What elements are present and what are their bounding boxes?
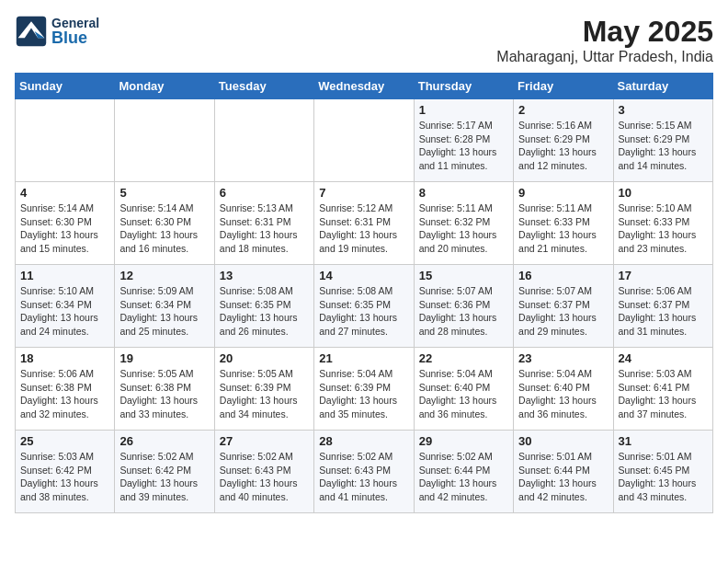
calendar-cell: 3Sunrise: 5:15 AMSunset: 6:29 PMDaylight… — [613, 99, 712, 182]
calendar-cell: 16Sunrise: 5:07 AMSunset: 6:37 PMDayligh… — [514, 265, 613, 348]
calendar-subtitle: Maharaganj, Uttar Pradesh, India — [496, 49, 713, 65]
calendar-cell: 13Sunrise: 5:08 AMSunset: 6:35 PMDayligh… — [214, 265, 313, 348]
day-info: Sunrise: 5:04 AMSunset: 6:40 PMDaylight:… — [518, 367, 608, 421]
calendar-cell: 28Sunrise: 5:02 AMSunset: 6:43 PMDayligh… — [314, 431, 414, 513]
weekday-header-monday: Monday — [115, 74, 214, 99]
day-info: Sunrise: 5:07 AMSunset: 6:36 PMDaylight:… — [419, 284, 508, 339]
weekday-header-wednesday: Wednesday — [314, 74, 414, 99]
day-number: 16 — [518, 269, 608, 282]
day-number: 14 — [319, 269, 408, 282]
calendar-cell — [314, 99, 414, 182]
day-info: Sunrise: 5:06 AMSunset: 6:38 PMDaylight:… — [20, 367, 109, 421]
day-info: Sunrise: 5:01 AMSunset: 6:44 PMDaylight:… — [518, 450, 608, 504]
logo: General Blue — [15, 15, 99, 48]
day-number: 6 — [220, 186, 309, 200]
calendar-cell: 6Sunrise: 5:13 AMSunset: 6:31 PMDaylight… — [214, 182, 313, 265]
day-info: Sunrise: 5:02 AMSunset: 6:43 PMDaylight:… — [319, 450, 408, 504]
calendar-cell: 31Sunrise: 5:01 AMSunset: 6:45 PMDayligh… — [613, 431, 712, 513]
day-info: Sunrise: 5:16 AMSunset: 6:29 PMDaylight:… — [518, 119, 608, 173]
weekday-header-tuesday: Tuesday — [214, 74, 313, 99]
day-number: 28 — [319, 434, 408, 448]
calendar-cell: 1Sunrise: 5:17 AMSunset: 6:28 PMDaylight… — [414, 99, 513, 182]
calendar-cell: 15Sunrise: 5:07 AMSunset: 6:36 PMDayligh… — [414, 265, 513, 348]
calendar-cell: 17Sunrise: 5:06 AMSunset: 6:37 PMDayligh… — [613, 265, 712, 348]
day-info: Sunrise: 5:15 AMSunset: 6:29 PMDaylight:… — [619, 119, 708, 173]
calendar-cell — [16, 99, 115, 182]
calendar-cell: 20Sunrise: 5:05 AMSunset: 6:39 PMDayligh… — [214, 348, 313, 431]
calendar-cell: 26Sunrise: 5:02 AMSunset: 6:42 PMDayligh… — [115, 431, 214, 513]
calendar-cell: 18Sunrise: 5:06 AMSunset: 6:38 PMDayligh… — [16, 348, 115, 431]
calendar-week-1: 1Sunrise: 5:17 AMSunset: 6:28 PMDaylight… — [16, 99, 713, 182]
calendar-cell: 23Sunrise: 5:04 AMSunset: 6:40 PMDayligh… — [514, 348, 613, 431]
day-info: Sunrise: 5:10 AMSunset: 6:34 PMDaylight:… — [20, 284, 109, 339]
day-info: Sunrise: 5:10 AMSunset: 6:33 PMDaylight:… — [619, 201, 708, 256]
calendar-header: SundayMondayTuesdayWednesdayThursdayFrid… — [16, 74, 713, 99]
logo-text: General Blue — [51, 17, 99, 46]
day-number: 9 — [518, 186, 608, 200]
calendar-week-4: 18Sunrise: 5:06 AMSunset: 6:38 PMDayligh… — [16, 348, 713, 431]
day-info: Sunrise: 5:02 AMSunset: 6:43 PMDaylight:… — [220, 450, 309, 504]
logo-blue: Blue — [51, 29, 99, 46]
day-number: 3 — [619, 103, 708, 117]
day-info: Sunrise: 5:06 AMSunset: 6:37 PMDaylight:… — [619, 284, 708, 339]
day-number: 20 — [220, 351, 309, 365]
calendar-cell: 24Sunrise: 5:03 AMSunset: 6:41 PMDayligh… — [613, 348, 712, 431]
day-info: Sunrise: 5:17 AMSunset: 6:28 PMDaylight:… — [419, 119, 508, 173]
calendar-cell: 21Sunrise: 5:04 AMSunset: 6:39 PMDayligh… — [314, 348, 414, 431]
calendar-cell: 10Sunrise: 5:10 AMSunset: 6:33 PMDayligh… — [613, 182, 712, 265]
calendar-cell: 19Sunrise: 5:05 AMSunset: 6:38 PMDayligh… — [115, 348, 214, 431]
calendar-cell: 2Sunrise: 5:16 AMSunset: 6:29 PMDaylight… — [514, 99, 613, 182]
day-number: 24 — [619, 351, 708, 365]
day-number: 21 — [319, 351, 408, 365]
day-info: Sunrise: 5:08 AMSunset: 6:35 PMDaylight:… — [220, 284, 309, 339]
calendar-cell: 11Sunrise: 5:10 AMSunset: 6:34 PMDayligh… — [16, 265, 115, 348]
calendar-cell: 4Sunrise: 5:14 AMSunset: 6:30 PMDaylight… — [16, 182, 115, 265]
calendar-title: May 2025 — [496, 15, 713, 49]
day-info: Sunrise: 5:14 AMSunset: 6:30 PMDaylight:… — [119, 201, 209, 256]
calendar-cell — [115, 99, 214, 182]
calendar-cell: 12Sunrise: 5:09 AMSunset: 6:34 PMDayligh… — [115, 265, 214, 348]
day-number: 19 — [119, 351, 209, 365]
day-info: Sunrise: 5:01 AMSunset: 6:45 PMDaylight:… — [619, 450, 708, 504]
day-info: Sunrise: 5:03 AMSunset: 6:41 PMDaylight:… — [619, 367, 708, 421]
day-number: 29 — [419, 434, 508, 448]
day-number: 7 — [319, 186, 408, 200]
day-info: Sunrise: 5:11 AMSunset: 6:33 PMDaylight:… — [518, 201, 608, 256]
weekday-row: SundayMondayTuesdayWednesdayThursdayFrid… — [16, 74, 713, 99]
day-number: 31 — [619, 434, 708, 448]
calendar-week-3: 11Sunrise: 5:10 AMSunset: 6:34 PMDayligh… — [16, 265, 713, 348]
day-number: 26 — [119, 434, 209, 448]
day-number: 4 — [20, 186, 109, 200]
weekday-header-sunday: Sunday — [16, 74, 115, 99]
day-number: 5 — [119, 186, 209, 200]
day-number: 2 — [518, 103, 608, 117]
day-info: Sunrise: 5:13 AMSunset: 6:31 PMDaylight:… — [220, 201, 309, 256]
day-info: Sunrise: 5:02 AMSunset: 6:44 PMDaylight:… — [419, 450, 508, 504]
calendar-week-5: 25Sunrise: 5:03 AMSunset: 6:42 PMDayligh… — [16, 431, 713, 513]
calendar-cell: 5Sunrise: 5:14 AMSunset: 6:30 PMDaylight… — [115, 182, 214, 265]
day-info: Sunrise: 5:03 AMSunset: 6:42 PMDaylight:… — [20, 450, 109, 504]
day-number: 11 — [20, 269, 109, 282]
weekday-header-friday: Friday — [514, 74, 613, 99]
day-info: Sunrise: 5:11 AMSunset: 6:32 PMDaylight:… — [419, 201, 508, 256]
day-number: 1 — [419, 103, 508, 117]
day-info: Sunrise: 5:14 AMSunset: 6:30 PMDaylight:… — [20, 201, 109, 256]
logo-general: General — [51, 17, 99, 29]
day-number: 22 — [419, 351, 508, 365]
day-number: 8 — [419, 186, 508, 200]
calendar-week-2: 4Sunrise: 5:14 AMSunset: 6:30 PMDaylight… — [16, 182, 713, 265]
calendar-cell: 27Sunrise: 5:02 AMSunset: 6:43 PMDayligh… — [214, 431, 313, 513]
day-info: Sunrise: 5:04 AMSunset: 6:40 PMDaylight:… — [419, 367, 508, 421]
calendar-table: SundayMondayTuesdayWednesdayThursdayFrid… — [15, 73, 713, 513]
svg-rect-0 — [17, 17, 46, 46]
title-block: May 2025 Maharaganj, Uttar Pradesh, Indi… — [496, 15, 713, 65]
calendar-cell: 25Sunrise: 5:03 AMSunset: 6:42 PMDayligh… — [16, 431, 115, 513]
day-number: 17 — [619, 269, 708, 282]
day-number: 12 — [119, 269, 209, 282]
day-number: 27 — [220, 434, 309, 448]
day-number: 30 — [518, 434, 608, 448]
day-info: Sunrise: 5:07 AMSunset: 6:37 PMDaylight:… — [518, 284, 608, 339]
day-info: Sunrise: 5:04 AMSunset: 6:39 PMDaylight:… — [319, 367, 408, 421]
calendar-cell: 14Sunrise: 5:08 AMSunset: 6:35 PMDayligh… — [314, 265, 414, 348]
day-number: 13 — [220, 269, 309, 282]
